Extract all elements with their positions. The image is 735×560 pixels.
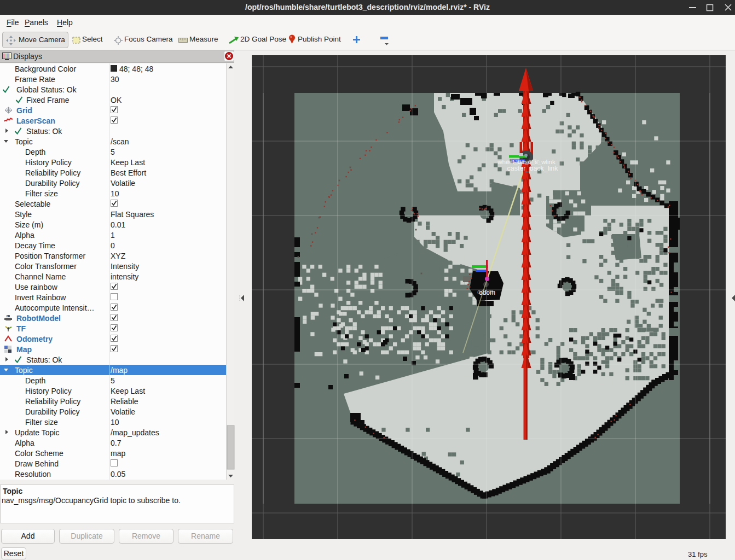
svg-text:wbase_stlin: wbase_stlin	[506, 158, 540, 165]
svg-text:caster_back_link: caster_back_link	[507, 165, 558, 172]
svg-text:odom: odom	[477, 288, 494, 296]
